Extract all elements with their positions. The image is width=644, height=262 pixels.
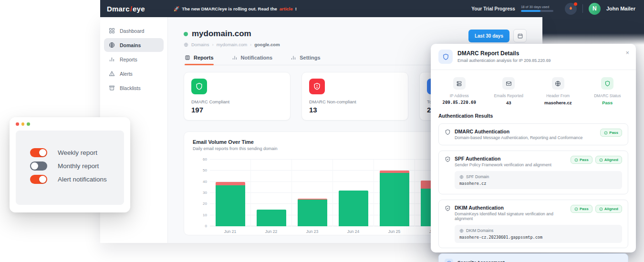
- traffic-red-dot: [16, 122, 19, 126]
- app-logo[interactable]: Dmarc/eye: [107, 5, 145, 13]
- sidebar-item-blacklists[interactable]: Blacklists: [104, 81, 164, 95]
- announcement-suffix: !: [295, 6, 297, 11]
- y-axis-tick: 0: [195, 224, 207, 228]
- user-avatar[interactable]: N: [589, 3, 601, 15]
- check-circle-icon: [574, 158, 578, 162]
- pass-badge: Pass: [600, 129, 622, 137]
- weekly-report-toggle[interactable]: [30, 148, 47, 157]
- shield-icon: [445, 129, 451, 135]
- modal-subtitle: Email authentication analysis for IP 209…: [457, 58, 551, 63]
- y-axis-tick: 50: [195, 168, 207, 172]
- auth-card-title: DKIM Authentication: [455, 205, 567, 211]
- bar-segment-non-compliant[interactable]: [380, 171, 409, 173]
- bar-segment-compliant[interactable]: [257, 210, 286, 226]
- traffic-green-dot: [27, 122, 30, 126]
- modal-title: DMARC Report Details: [457, 50, 551, 57]
- shield-alert-icon: [309, 79, 325, 94]
- aligned-badge: Aligned: [595, 205, 622, 213]
- pass-badge: Pass: [571, 156, 592, 164]
- notification-settings-widget: Weekly report Monthly report Alert notif…: [10, 117, 130, 212]
- bar-segment-compliant[interactable]: [298, 200, 327, 226]
- shield-icon: [601, 77, 613, 90]
- navbar-extension: [542, 17, 644, 33]
- auth-card-dmarc: DMARC Authentication Domain-based Messag…: [438, 123, 628, 145]
- tab-notifications[interactable]: Notifications: [232, 55, 273, 65]
- bar-segment-non-compliant[interactable]: [216, 182, 245, 185]
- trial-progress: 18 of 30 days used: [521, 5, 553, 12]
- section-title: Authentication Results: [438, 113, 628, 119]
- globe-icon: [459, 175, 464, 179]
- tab-label: Settings: [300, 55, 320, 60]
- breadcrumb-item-current: google.com: [254, 42, 280, 47]
- auth-card-title: SPF Authentication: [455, 156, 551, 161]
- breadcrumb-separator: ›: [212, 42, 214, 47]
- modal-stat-value: masohere.cz: [544, 100, 572, 105]
- shield-icon: [438, 50, 453, 64]
- x-axis-label: Jun 25: [374, 229, 415, 234]
- sidebar-item-dashboard[interactable]: Dashboard: [104, 24, 164, 38]
- bar-segment-non-compliant[interactable]: [298, 199, 327, 200]
- breadcrumb: Domains › mydomain.com › google.com: [184, 42, 280, 47]
- window-traffic-lights: [16, 122, 124, 126]
- breadcrumb-item[interactable]: mydomain.com: [217, 42, 247, 47]
- bar-segment-compliant[interactable]: [216, 185, 245, 226]
- y-axis-tick: 60: [195, 157, 207, 161]
- modal-summary-stats: IP Address 209.85.220.69 Emails Reported…: [431, 70, 636, 111]
- shield-icon: [191, 79, 207, 94]
- domain-status-dot: [184, 32, 188, 36]
- toggle-row-monthly-report: Monthly report: [30, 161, 124, 171]
- globe-icon: [552, 77, 564, 90]
- calendar-button[interactable]: [513, 29, 527, 42]
- sidebar-item-reports[interactable]: Reports: [104, 52, 164, 66]
- article-link[interactable]: article: [280, 6, 293, 11]
- user-name[interactable]: John Mailer: [606, 6, 635, 11]
- modal-stat-header-from: Header From masohere.cz: [533, 77, 583, 105]
- chart-column: Jun 25: [374, 160, 415, 226]
- close-icon[interactable]: ×: [625, 50, 629, 56]
- monthly-report-toggle[interactable]: [30, 161, 47, 171]
- y-axis-tick: 40: [195, 180, 207, 184]
- breadcrumb-item[interactable]: Domains: [191, 42, 209, 47]
- trial-progress-bar: [521, 10, 553, 12]
- y-axis-tick: 30: [195, 191, 207, 195]
- date-range-button[interactable]: Last 30 days: [468, 30, 509, 42]
- shield-check-icon: [445, 205, 451, 212]
- auth-card-description: Domain-based Message Authentication, Rep…: [455, 135, 582, 140]
- sidebar-label: Blacklists: [120, 85, 141, 91]
- modal-stat-value: 209.85.220.69: [443, 100, 476, 105]
- sidebar-item-domains[interactable]: Domains: [104, 38, 164, 52]
- globe-icon: [109, 42, 115, 48]
- spf-domain-box: SPF Domain masohere.cz: [455, 171, 622, 189]
- alert-notifications-toggle[interactable]: [30, 175, 47, 184]
- stat-value: 13: [309, 106, 401, 114]
- globe-icon: [459, 229, 464, 233]
- notification-dot: [574, 2, 577, 6]
- modal-stat-value: Pass: [602, 100, 613, 105]
- toggle-row-alert-notifications: Alert notifications: [30, 175, 124, 184]
- navbar-extension-fade: [542, 33, 644, 45]
- chart-column: Jun 21: [210, 160, 251, 226]
- top-navbar: Dmarc/eye 🚀 The new DMARC/eye is rolling…: [100, 0, 644, 17]
- bar-segment-compliant[interactable]: [380, 173, 409, 226]
- dmarc-report-details-modal: DMARC Report Details Email authenticatio…: [431, 44, 636, 252]
- modal-body: Authentication Results DMARC Authenticat…: [431, 111, 636, 262]
- check-circle-icon: [604, 131, 608, 135]
- y-axis-tick: 10: [195, 213, 207, 217]
- flame-icon[interactable]: [565, 3, 577, 15]
- tab-settings[interactable]: Settings: [291, 55, 320, 65]
- check-circle-icon: [599, 207, 603, 211]
- archive-icon: [109, 85, 115, 91]
- bar-segment-compliant[interactable]: [339, 191, 368, 226]
- announcement-text: The new DMARC/eye is rolling out. Read t…: [182, 6, 277, 11]
- x-axis-label: Jun 21: [210, 229, 250, 234]
- trial-progress-fill: [521, 10, 540, 12]
- traffic-yellow-dot: [21, 122, 25, 126]
- auth-card-dkim: DKIM Authentication DomainKeys Identifie…: [438, 200, 628, 248]
- toggle-label: Weekly report: [58, 149, 97, 156]
- sidebar-item-alerts[interactable]: Alerts: [104, 67, 164, 81]
- bar-chart-icon: [232, 55, 238, 60]
- alert-triangle-icon: [109, 71, 115, 77]
- tab-reports[interactable]: Reports: [185, 55, 214, 65]
- breadcrumb-separator: ›: [250, 42, 251, 47]
- stat-card-noncompliant: DMARC Non-compliant 13: [301, 72, 408, 121]
